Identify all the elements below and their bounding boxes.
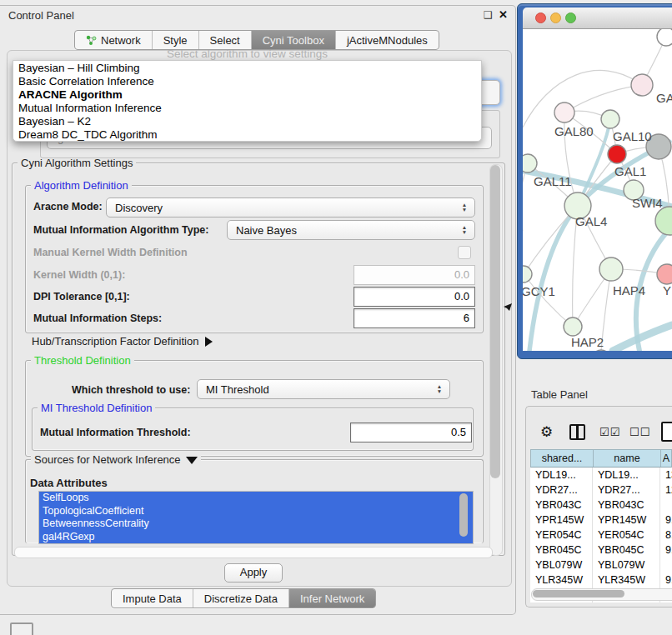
settings-scrollbar-thumb[interactable] bbox=[490, 165, 500, 478]
tab-style[interactable]: Style bbox=[152, 31, 198, 49]
tab-discretize-data[interactable]: Discretize Data bbox=[193, 589, 288, 608]
popup-item[interactable]: Bayesian – Hill Climbing bbox=[13, 62, 481, 75]
tab-label: Network bbox=[101, 34, 141, 47]
popup-item[interactable]: Mutual Information Inference bbox=[13, 102, 481, 115]
unchecked-boxes-icon[interactable]: ☐☐ bbox=[629, 426, 650, 438]
gear-icon[interactable]: ⚙ bbox=[540, 423, 553, 441]
table-row[interactable]: YPR145WYPR145W9. bbox=[530, 512, 672, 528]
close-traffic-light-icon[interactable] bbox=[535, 12, 546, 23]
checked-boxes-icon[interactable]: ☑☑ bbox=[599, 426, 620, 438]
apply-button[interactable]: Apply bbox=[224, 563, 283, 582]
tab-select[interactable]: Select bbox=[198, 31, 251, 49]
network-node[interactable] bbox=[564, 318, 582, 336]
tab-impute-data[interactable]: Impute Data bbox=[112, 589, 193, 608]
network-node[interactable] bbox=[592, 350, 610, 351]
table-cell: YBR043C bbox=[530, 498, 592, 512]
popup-item[interactable]: Bayesian – K2 bbox=[13, 115, 481, 128]
table-cell: YLR345W bbox=[592, 572, 659, 588]
tab-network[interactable]: Network bbox=[75, 31, 152, 49]
which-threshold-combo[interactable]: MI Threshold ▲▼ bbox=[197, 379, 450, 399]
close-window-icon[interactable]: ✕ bbox=[499, 8, 508, 21]
table-row[interactable]: YDL19...YDL19...13 bbox=[530, 468, 672, 482]
popup-item[interactable]: Basic Correlation Inference bbox=[13, 75, 481, 88]
collapsed-panel-widget[interactable] bbox=[10, 622, 33, 635]
network-node[interactable] bbox=[554, 102, 574, 122]
dpi-tolerance-input[interactable]: 0.0 bbox=[354, 287, 475, 307]
table-cell: YER054C bbox=[592, 528, 659, 542]
mi-type-combo[interactable]: Naive Bayes ▲▼ bbox=[227, 220, 475, 240]
minimize-traffic-light-icon[interactable] bbox=[550, 12, 561, 23]
mi-threshold-input[interactable]: 0.5 bbox=[350, 422, 472, 442]
expanded-arrow-icon bbox=[186, 457, 198, 464]
table-row[interactable]: YBR043CYBR043C bbox=[530, 498, 672, 512]
network-canvas[interactable]: GALGAL80GAL10GAL1GAL11SWI4GAL4GCY1HAP4YH… bbox=[523, 29, 672, 351]
network-node[interactable] bbox=[523, 154, 537, 172]
combo-arrows-icon: ▲▼ bbox=[433, 384, 449, 394]
algorithm-select-placeholder[interactable]: Select algorithm to view settings bbox=[13, 48, 482, 60]
table-row[interactable]: YBL079WYBL079W bbox=[530, 558, 672, 572]
kernel-width-label: Kernel Width (0,1): bbox=[33, 269, 125, 281]
popup-item[interactable]: Dream8 DC_TDC Algorithm bbox=[13, 128, 481, 142]
node-label: GAL4 bbox=[575, 214, 607, 228]
network-node[interactable] bbox=[655, 207, 672, 235]
network-node[interactable] bbox=[523, 266, 532, 282]
network-node[interactable] bbox=[601, 110, 619, 128]
table-row[interactable]: YER054CYER054C8. bbox=[530, 528, 672, 542]
attribute-item[interactable]: SelfLoops bbox=[39, 492, 473, 505]
table-cell: YER054C bbox=[530, 528, 592, 542]
network-node[interactable] bbox=[657, 264, 672, 284]
node-label: GAL11 bbox=[534, 174, 572, 188]
combo-arrows-icon: ▲▼ bbox=[458, 202, 474, 212]
mi-steps-input[interactable]: 6 bbox=[354, 308, 475, 328]
network-node[interactable] bbox=[657, 29, 672, 46]
network-node[interactable] bbox=[599, 258, 623, 281]
threshold-definition-title: Threshold Definition bbox=[31, 354, 134, 367]
manual-kernel-checkbox[interactable] bbox=[458, 246, 471, 259]
which-threshold-label: Which threshold to use: bbox=[72, 384, 190, 396]
node-label: HAP2 bbox=[571, 335, 604, 349]
table-cell: YPR145W bbox=[592, 512, 659, 528]
node-label: GAL10 bbox=[613, 129, 652, 143]
document-icon[interactable] bbox=[661, 422, 672, 442]
table-cell: YLR345W bbox=[530, 572, 592, 588]
node-label: Y bbox=[663, 283, 671, 298]
column-header[interactable]: shared... bbox=[531, 450, 593, 467]
attribute-item[interactable]: BetweennessCentrality bbox=[39, 518, 473, 531]
kernel-width-input[interactable]: 0.0 bbox=[354, 265, 475, 285]
network-icon bbox=[86, 35, 97, 46]
mi-type-value: Naive Bayes bbox=[228, 224, 458, 237]
popup-item[interactable]: ARACNE Algorithm bbox=[13, 88, 481, 102]
tab-cyni-toolbox[interactable]: Cyni Toolbox bbox=[251, 31, 335, 49]
table-cell: 8. bbox=[659, 528, 672, 542]
network-node[interactable] bbox=[631, 74, 653, 96]
table-row[interactable]: YBR045CYBR045C9. bbox=[530, 542, 672, 558]
attribute-item[interactable]: gal4RGexp bbox=[39, 531, 473, 544]
tab-infer-network[interactable]: Infer Network bbox=[288, 589, 375, 608]
table-header-row: shared...nameA bbox=[530, 449, 672, 468]
tab-label: Style bbox=[163, 34, 188, 47]
attributes-scrollbar-thumb[interactable] bbox=[459, 493, 468, 537]
split-columns-icon[interactable] bbox=[569, 424, 585, 440]
combo-arrows-icon: ▲▼ bbox=[458, 225, 474, 235]
which-threshold-value: MI Threshold bbox=[198, 383, 433, 396]
table-row[interactable]: YLR345WYLR345W9. bbox=[530, 572, 672, 588]
table-hscrollbar-thumb[interactable] bbox=[533, 590, 624, 598]
data-attributes-label: Data Attributes bbox=[30, 477, 108, 489]
aracne-mode-combo[interactable]: Discovery ▲▼ bbox=[106, 198, 475, 218]
node-label: GAL1 bbox=[614, 164, 646, 178]
table-row[interactable]: YDR27...YDR27...12 bbox=[530, 482, 672, 498]
column-header[interactable]: A bbox=[660, 450, 671, 467]
data-attributes-list: SelfLoopsTopologicalCoefficientBetweenne… bbox=[38, 491, 474, 544]
hub-definition-toggle[interactable]: Hub/Transcription Factor Definition bbox=[32, 335, 213, 348]
zoom-traffic-light-icon[interactable] bbox=[565, 12, 576, 23]
horizontal-scrollbar[interactable] bbox=[14, 547, 493, 558]
tab-jactivemnodules[interactable]: jActiveMNodules bbox=[335, 31, 439, 49]
node-table: shared...nameA YDL19...YDL19...13YDR27..… bbox=[530, 449, 672, 602]
network-node[interactable] bbox=[608, 145, 626, 163]
column-header[interactable]: name bbox=[593, 450, 660, 467]
table-cell: YDL19... bbox=[530, 468, 592, 482]
attribute-item[interactable]: TopologicalCoefficient bbox=[39, 505, 473, 518]
cyni-settings-title: Cyni Algorithm Settings bbox=[18, 157, 136, 169]
float-window-icon[interactable]: ❑ bbox=[484, 9, 493, 21]
table-cell: 12 bbox=[659, 482, 672, 498]
